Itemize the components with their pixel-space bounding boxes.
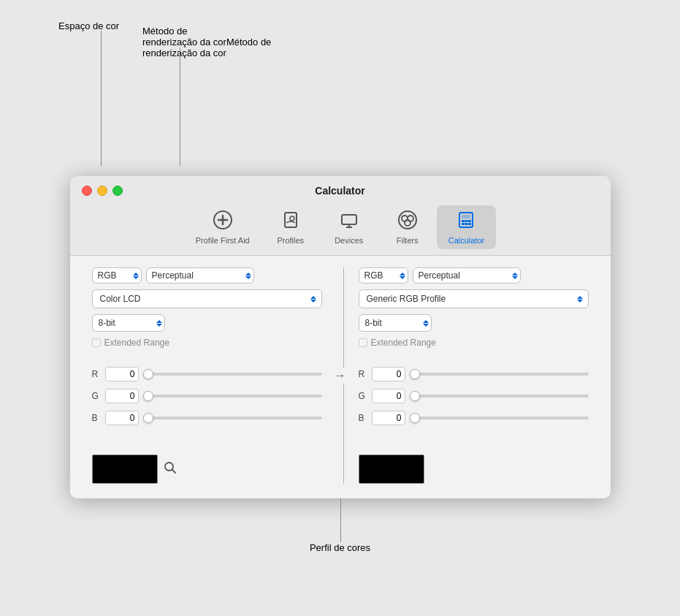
left-r-row: R <box>92 367 322 381</box>
left-profile-select[interactable]: Color LCD Generic RGB Profile <box>92 289 322 308</box>
right-panel: RGB CMYK Gray Perceptual Relative Colori <box>351 267 596 484</box>
svg-line-22 <box>172 470 175 473</box>
tab-profiles[interactable]: Profiles <box>261 205 320 249</box>
svg-rect-20 <box>468 223 471 225</box>
left-g-slider[interactable] <box>143 395 322 398</box>
left-extended-range-checkbox[interactable] <box>92 338 101 347</box>
titlebar: Calculator Profile First Aid <box>70 176 611 255</box>
right-b-input[interactable] <box>372 411 405 425</box>
left-colorspace-select[interactable]: RGB CMYK Gray <box>92 267 142 284</box>
left-b-input[interactable] <box>105 411 139 425</box>
svg-point-21 <box>165 463 173 471</box>
right-top-controls: RGB CMYK Gray Perceptual Relative Colori <box>359 267 589 284</box>
left-b-row: B <box>92 411 322 425</box>
annotation-color-space: Espaço de cor <box>58 20 119 31</box>
search-icon[interactable] <box>164 461 177 477</box>
right-g-input[interactable] <box>372 389 405 403</box>
toolbar: Profile First Aid Profiles <box>184 202 497 255</box>
right-r-input[interactable] <box>372 367 405 381</box>
right-b-row: B <box>359 411 589 425</box>
left-r-slider[interactable] <box>143 373 322 376</box>
right-bitdepth-wrapper: 8-bit 16-bit 32-bit <box>359 314 432 332</box>
tab-filters[interactable]: Filters <box>378 205 437 249</box>
window-title: Calculator <box>315 185 364 197</box>
left-top-controls: RGB CMYK Gray Perceptual Relative Colori <box>92 267 322 284</box>
left-panel: RGB CMYK Gray Perceptual Relative Colori <box>85 267 329 484</box>
left-extended-range-label: Extended Range <box>104 338 169 348</box>
svg-rect-17 <box>468 220 471 222</box>
tab-profiles-label: Profiles <box>277 236 304 245</box>
profile-first-aid-icon <box>213 210 233 233</box>
tab-filters-label: Filters <box>397 236 419 245</box>
filters-icon <box>397 210 418 233</box>
calculator-window: Calculator Profile First Aid <box>70 176 611 498</box>
annotation-render-method: Método de renderização da corMétodo dere… <box>142 15 271 58</box>
left-colorspace-wrapper: RGB CMYK Gray <box>92 267 142 284</box>
left-bitdepth-wrapper: 8-bit 16-bit 32-bit <box>92 314 165 332</box>
left-g-input[interactable] <box>105 389 139 403</box>
profiles-icon <box>280 210 301 233</box>
right-color-swatch <box>359 455 424 484</box>
right-bitdepth-select[interactable]: 8-bit 16-bit 32-bit <box>359 314 432 332</box>
right-r-slider[interactable] <box>410 373 589 376</box>
right-b-slider[interactable] <box>410 417 589 419</box>
tab-calculator-label: Calculator <box>448 236 485 245</box>
calculator-icon <box>456 210 476 233</box>
right-swatch-row <box>359 455 589 484</box>
right-render-wrapper: Perceptual Relative Colorimetric Saturat… <box>413 267 521 284</box>
right-extended-range-row: Extended Range <box>359 338 589 348</box>
maximize-button[interactable] <box>112 186 123 196</box>
tab-devices-label: Devices <box>335 236 363 245</box>
close-button[interactable] <box>82 186 92 196</box>
right-g-label: G <box>359 391 367 401</box>
left-bitdepth-select[interactable]: 8-bit 16-bit 32-bit <box>92 314 165 332</box>
svg-rect-16 <box>465 220 468 222</box>
svg-rect-15 <box>462 220 465 222</box>
left-b-slider[interactable] <box>143 417 322 419</box>
arrow-icon: → <box>335 368 346 384</box>
devices-icon <box>339 210 359 233</box>
annotation-color-profile: Perfil de cores <box>310 542 370 553</box>
right-r-label: R <box>359 369 367 379</box>
right-render-select[interactable]: Perceptual Relative Colorimetric Saturat… <box>413 267 521 284</box>
left-swatch-row <box>92 455 322 484</box>
tab-profile-first-aid-label: Profile First Aid <box>196 236 250 245</box>
svg-point-12 <box>405 220 410 226</box>
left-r-label: R <box>92 369 101 379</box>
left-color-swatch <box>92 455 158 484</box>
right-profile-select[interactable]: Generic RGB Profile Color LCD <box>359 289 589 308</box>
right-b-label: B <box>359 413 367 423</box>
tab-devices[interactable]: Devices <box>320 205 378 249</box>
right-colorspace-wrapper: RGB CMYK Gray <box>359 267 408 284</box>
svg-rect-14 <box>462 215 470 218</box>
tab-calculator[interactable]: Calculator <box>437 205 497 249</box>
left-render-wrapper: Perceptual Relative Colorimetric Saturat… <box>146 267 254 284</box>
right-profile-wrapper: Generic RGB Profile Color LCD <box>359 289 589 308</box>
left-g-label: G <box>92 391 101 401</box>
left-render-select[interactable]: Perceptual Relative Colorimetric Saturat… <box>146 267 254 284</box>
traffic-lights <box>82 186 123 196</box>
right-g-slider[interactable] <box>410 395 589 398</box>
right-extended-range-label: Extended Range <box>371 338 436 348</box>
svg-rect-19 <box>465 223 468 225</box>
right-colorspace-select[interactable]: RGB CMYK Gray <box>359 267 408 284</box>
left-extended-range-row: Extended Range <box>92 338 322 348</box>
right-extended-range-checkbox[interactable] <box>359 338 367 347</box>
left-profile-wrapper: Color LCD Generic RGB Profile <box>92 289 322 308</box>
tab-profile-first-aid[interactable]: Profile First Aid <box>184 205 261 249</box>
minimize-button[interactable] <box>97 186 107 196</box>
left-b-label: B <box>92 413 101 423</box>
svg-rect-18 <box>462 223 465 225</box>
right-g-row: G <box>359 389 589 403</box>
main-content: RGB CMYK Gray Perceptual Relative Colori <box>70 256 611 498</box>
right-r-row: R <box>359 367 589 381</box>
svg-rect-6 <box>342 215 356 224</box>
svg-point-4 <box>290 216 294 221</box>
left-g-row: G <box>92 389 322 403</box>
left-r-input[interactable] <box>105 367 139 381</box>
